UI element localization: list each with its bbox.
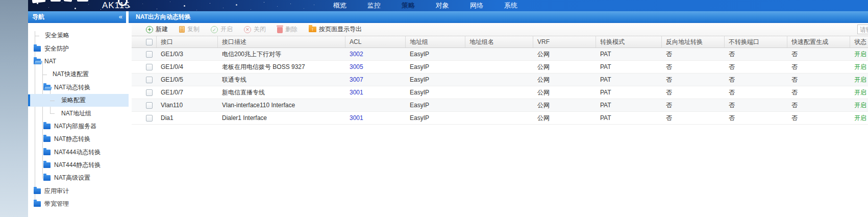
desktop-edge-strip	[0, 0, 28, 217]
folder-closed-icon	[34, 46, 41, 52]
cell-vrf: 公网	[533, 74, 596, 86]
cell-acl-link[interactable]: 3005	[345, 61, 406, 73]
table-row[interactable]: Vlan110 Vlan-interface110 Interface Easy…	[132, 99, 868, 112]
folder-closed-icon	[34, 188, 41, 194]
cell-address-group-name	[465, 74, 533, 86]
cell-acl-link[interactable]: 3002	[345, 48, 406, 60]
sidebar-item-nat-advanced-settings[interactable]: NAT高级设置	[28, 172, 132, 184]
cell-description: Vlan-interface110 Interface	[218, 99, 345, 111]
row-checkbox[interactable]	[146, 64, 153, 70]
folder-closed-icon	[43, 150, 51, 155]
folder-open-icon	[34, 59, 41, 64]
cell-mode: PAT	[596, 99, 662, 111]
cell-interface: Dia1	[157, 112, 218, 124]
folder-closed-icon	[34, 201, 41, 207]
cell-mode: PAT	[596, 86, 662, 99]
column-header-no-port-translation: 不转换端口	[725, 36, 787, 47]
cell-mode: PAT	[596, 48, 662, 60]
cell-status: 开启	[850, 99, 868, 111]
cell-interface: Vlan110	[157, 99, 218, 111]
top-menu: 概览 监控 策略 对象 网络 系统	[333, 0, 517, 11]
cell-acl-link[interactable]: 3001	[345, 86, 406, 99]
menu-object[interactable]: 对象	[436, 1, 449, 10]
cell-address-group-name	[465, 48, 533, 60]
cell-address-group-name	[465, 86, 533, 99]
main-panel: NAT出方向动态转换 新建 复制 开启 关闭 删除 按页面显示导出 接口 接口描…	[129, 11, 868, 217]
table-row[interactable]: GE1/0/5 联通专线 3007 EasyIP 公网 PAT 否 否 否 开启	[132, 74, 868, 86]
row-checkbox[interactable]	[146, 102, 153, 109]
menu-network[interactable]: 网络	[470, 1, 483, 10]
row-checkbox[interactable]	[146, 89, 153, 96]
sidebar-item-nat444-static[interactable]: NAT444静态转换	[28, 159, 132, 172]
cell-quick-config: 否	[787, 99, 850, 111]
row-checkbox[interactable]	[146, 51, 153, 58]
table-row[interactable]: GE1/0/7 新电信直播专线 3001 EasyIP 公网 PAT 否 否 否…	[132, 86, 868, 99]
menu-overview[interactable]: 概览	[333, 1, 346, 10]
sidebar-item-nat-quick-config[interactable]: NAT快速配置	[28, 68, 132, 81]
table-row[interactable]: Dia1 Dialer1 Interface 3001 EasyIP 公网 PA…	[132, 112, 868, 125]
cell-address-group: EasyIP	[406, 61, 465, 73]
select-all-checkbox[interactable]	[146, 39, 153, 45]
cell-quick-config: 否	[787, 86, 850, 99]
new-button[interactable]: 新建	[146, 25, 168, 34]
cell-quick-config: 否	[787, 48, 850, 60]
main-titlebar: NAT出方向动态转换	[129, 11, 868, 23]
sidebar-item-nat444-dynamic[interactable]: NAT444动态转换	[28, 146, 132, 159]
logo-fragment	[77, 0, 88, 2]
sidebar-item-security-policy[interactable]: 安全策略	[28, 29, 132, 42]
sidebar-item-app-audit[interactable]: 应用审计	[28, 185, 132, 198]
cell-interface: GE1/0/4	[157, 61, 218, 73]
sidebar: 安全策略 安全防护 NAT NAT快速配置 NAT动态转换 策略配置 NAT地址…	[28, 23, 132, 217]
enable-button[interactable]: 开启	[211, 25, 233, 34]
cell-status: 开启	[850, 74, 868, 86]
column-header-reverse-translation: 反向地址转换	[662, 36, 725, 47]
logo-fragment	[64, 0, 72, 2]
cell-description: 电信200兆上下行对等	[218, 48, 345, 60]
sidebar-title: 导航	[32, 11, 44, 22]
row-checkbox[interactable]	[146, 77, 153, 83]
sidebar-item-nat-address-group[interactable]: NAT地址组	[28, 107, 132, 119]
cell-interface: GE1/0/7	[157, 86, 218, 99]
page-title: NAT出方向动态转换	[136, 11, 191, 22]
sidebar-collapse-icon[interactable]: «	[119, 11, 122, 22]
cell-reverse: 否	[662, 48, 725, 60]
device-name: AK115	[102, 0, 130, 11]
cell-reverse: 否	[662, 99, 725, 111]
cell-reverse: 否	[662, 74, 725, 86]
column-header-acl: ACL	[345, 36, 406, 47]
table-row[interactable]: GE1/0/4 老板在用电信拨号 BOSS 9327 3005 EasyIP 公…	[132, 61, 868, 74]
cell-acl-link[interactable]: 3007	[345, 74, 406, 86]
sidebar-item-security-protection[interactable]: 安全防护	[28, 42, 132, 55]
sidebar-item-nat[interactable]: NAT	[28, 55, 132, 68]
sidebar-item-nat-dynamic-translation[interactable]: NAT动态转换	[28, 81, 132, 94]
menu-monitor[interactable]: 监控	[367, 1, 381, 10]
cell-address-group: EasyIP	[406, 74, 465, 86]
app-window: AK115 概览 监控 策略 对象 网络 系统 导航 « 安全策略 安全防护 N…	[28, 0, 868, 217]
cell-description: 联通专线	[218, 74, 345, 86]
folder-open-icon	[43, 85, 51, 90]
row-checkbox[interactable]	[146, 115, 153, 122]
table-row[interactable]: GE1/0/3 电信200兆上下行对等 3002 EasyIP 公网 PAT 否…	[132, 48, 868, 61]
search-input[interactable]	[857, 25, 868, 34]
cell-vrf: 公网	[533, 48, 596, 60]
close-button[interactable]: 关闭	[244, 25, 266, 34]
sidebar-item-nat-static-translation[interactable]: NAT静态转换	[28, 133, 132, 146]
column-header-quick-config: 快速配置生成	[787, 36, 850, 47]
sidebar-item-policy-config[interactable]: 策略配置	[28, 94, 132, 107]
delete-button[interactable]: 删除	[277, 25, 297, 34]
cell-vrf: 公网	[533, 112, 596, 124]
cell-description: 老板在用电信拨号 BOSS 9327	[218, 61, 345, 73]
menu-policy[interactable]: 策略	[402, 1, 415, 10]
cell-acl-link[interactable]	[345, 99, 406, 111]
sidebar-item-nat-internal-server[interactable]: NAT内部服务器	[28, 120, 132, 133]
cell-address-group-name	[465, 61, 533, 73]
sidebar-item-bandwidth-management[interactable]: 带宽管理	[28, 198, 132, 210]
cell-interface: GE1/0/3	[157, 48, 218, 60]
copy-button[interactable]: 复制	[179, 25, 200, 34]
copy-icon	[179, 26, 185, 33]
cell-vrf: 公网	[533, 99, 596, 111]
menu-system[interactable]: 系统	[504, 1, 517, 10]
cell-acl-link[interactable]: 3001	[345, 112, 406, 124]
export-folder-icon	[309, 27, 316, 32]
export-button[interactable]: 按页面显示导出	[309, 25, 362, 34]
